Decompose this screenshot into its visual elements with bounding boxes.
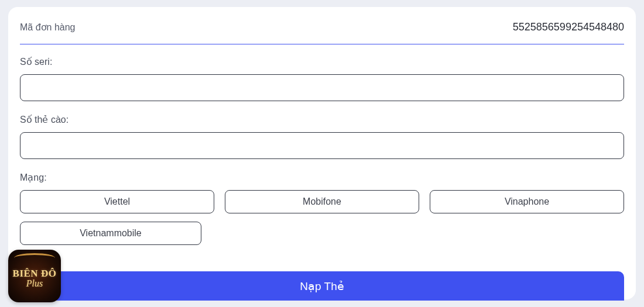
logo-line2: Plus (26, 278, 43, 289)
network-label: Mạng: (20, 172, 624, 183)
network-mobifone-button[interactable]: Mobifone (225, 190, 419, 213)
network-vietnammobile-button[interactable]: Vietnammobile (20, 222, 201, 245)
card-input[interactable] (20, 132, 624, 159)
logo-line1: BIÊN ĐÔ (13, 268, 57, 280)
brand-logo: BIÊN ĐÔ Plus (8, 250, 61, 302)
network-row-2: Vietnammobile (20, 222, 624, 245)
network-field-group: Mạng: Viettel Mobifone Vinaphone Vietnam… (20, 172, 624, 245)
order-row: Mã đơn hàng 5525856599254548480 (20, 21, 624, 44)
network-viettel-button[interactable]: Viettel (20, 190, 214, 213)
seri-field-group: Số seri: (20, 56, 624, 101)
card-field-group: Số thẻ cào: (20, 114, 624, 159)
submit-button[interactable]: Nạp Thẻ (20, 271, 624, 301)
order-value: 5525856599254548480 (513, 21, 624, 33)
network-row-1: Viettel Mobifone Vinaphone (20, 190, 624, 213)
card-label: Số thẻ cào: (20, 114, 624, 125)
logo-arc-icon (14, 253, 55, 263)
seri-input[interactable] (20, 74, 624, 101)
seri-label: Số seri: (20, 56, 624, 67)
order-label: Mã đơn hàng (20, 22, 76, 33)
network-vinaphone-button[interactable]: Vinaphone (430, 190, 624, 213)
payment-card: Mã đơn hàng 5525856599254548480 Số seri:… (8, 7, 636, 299)
